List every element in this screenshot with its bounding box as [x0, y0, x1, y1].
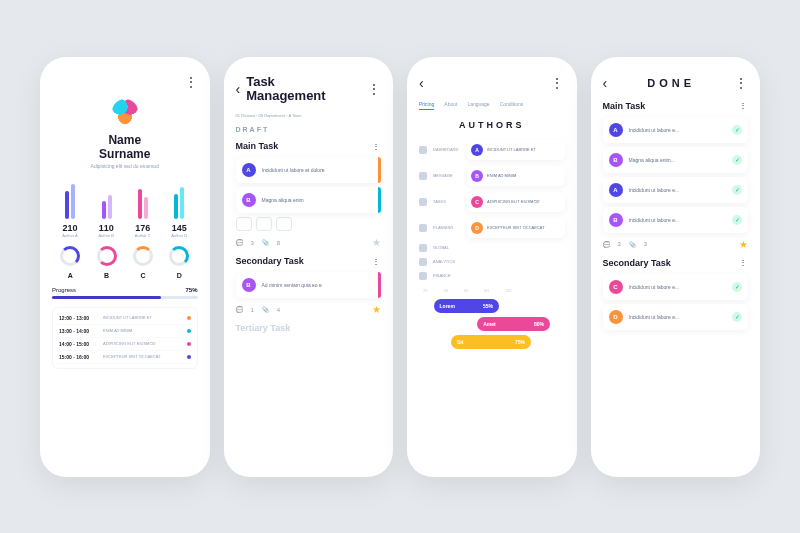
- task-item[interactable]: BMagna aliqua enim: [236, 187, 382, 213]
- menu-icon[interactable]: ⋮: [551, 76, 564, 90]
- stats-row: 210Author A110Author B176Author C145Auth…: [52, 223, 198, 238]
- nav-label[interactable]: DASHBOARD: [433, 147, 461, 152]
- nav-label[interactable]: FINANCE: [433, 273, 461, 278]
- nav-label[interactable]: GLOBAL: [433, 245, 461, 250]
- gantt-bar[interactable]: Amet80%: [477, 317, 550, 331]
- task-item[interactable]: CIncididunt ut labore e...✓: [603, 274, 749, 300]
- check-icon: ✓: [732, 155, 742, 165]
- screen-title: Task Management: [246, 75, 368, 104]
- section-menu-icon[interactable]: ⋮: [739, 258, 748, 267]
- progress-bar: [52, 296, 198, 299]
- secondary-task-title: Secondary Task: [236, 256, 304, 266]
- section-menu-icon[interactable]: ⋮: [372, 142, 381, 151]
- task-item[interactable]: AIncididunt ut labore e...✓: [603, 177, 749, 203]
- progress-value: 75%: [185, 287, 197, 293]
- schedule-row[interactable]: 13:00 - 14:00ENIM AD MINIM: [57, 325, 193, 338]
- gantt-chart: 20406080100 Lorem55%Amet80%Sit75%: [419, 288, 565, 349]
- task-item[interactable]: BAd minim veniam quia eo e: [236, 272, 382, 298]
- profile-screen: ⋮ Name Surname Adipisicing elit sed do e…: [40, 57, 210, 477]
- authors-screen: ‹ ⋮ PricingAboutLanguageConditions AUTHO…: [407, 57, 577, 477]
- nav-icon[interactable]: [419, 172, 427, 180]
- nav-icon[interactable]: [419, 272, 427, 280]
- nav-label[interactable]: PLANNING: [433, 225, 461, 230]
- tab-pricing[interactable]: Pricing: [419, 101, 434, 110]
- task-item[interactable]: BMagna aliqua enim...✓: [603, 147, 749, 173]
- attachment-count-icon[interactable]: 📎: [262, 306, 269, 313]
- main-task-title: Main Task: [236, 141, 279, 151]
- schedule-row[interactable]: 12:00 - 13:00INCIDUNT UT LABORE ET: [57, 312, 193, 325]
- nav-icon[interactable]: [419, 224, 427, 232]
- nav-label[interactable]: TASKS: [433, 199, 461, 204]
- attachment-icon[interactable]: [236, 217, 252, 231]
- attachment-icon[interactable]: [256, 217, 272, 231]
- author-card[interactable]: BENIM AD MINIM: [467, 166, 565, 186]
- gantt-bar[interactable]: Lorem55%: [434, 299, 499, 313]
- check-icon: ✓: [732, 215, 742, 225]
- gantt-bar[interactable]: Sit75%: [451, 335, 531, 349]
- star-icon[interactable]: ★: [739, 239, 748, 250]
- progress-label: Progress: [52, 287, 76, 293]
- task-item[interactable]: DIncididunt ut labore e...✓: [603, 304, 749, 330]
- section-menu-icon[interactable]: ⋮: [739, 101, 748, 110]
- tertiary-task-title: Tertiary Task: [236, 323, 382, 333]
- donut-charts: [52, 246, 198, 266]
- nav-icon[interactable]: [419, 258, 427, 266]
- author-card[interactable]: AINCIDUNT UT LABORE ET: [467, 140, 565, 160]
- comment-icon[interactable]: 💬: [236, 239, 243, 246]
- schedule-row[interactable]: 15:00 - 16:00EXCEPTEUR SINT OCCAECAT: [57, 351, 193, 364]
- breadcrumb[interactable]: 01 Division › 03 Department › A Team: [236, 113, 382, 118]
- menu-icon[interactable]: ⋮: [368, 82, 381, 96]
- attachment-icon[interactable]: [276, 217, 292, 231]
- nav-label[interactable]: MESSAGE: [433, 173, 461, 178]
- nav-icon[interactable]: [419, 244, 427, 252]
- task-management-screen: ‹ Task Management ⋮ 01 Division › 03 Dep…: [224, 57, 394, 477]
- menu-icon[interactable]: ⋮: [185, 75, 198, 89]
- done-title: DONE: [607, 77, 735, 89]
- nav-label[interactable]: ANALYTICS: [433, 259, 461, 264]
- draft-label: DRAFT: [236, 126, 382, 133]
- secondary-task-title: Secondary Task: [603, 258, 671, 268]
- check-icon: ✓: [732, 125, 742, 135]
- star-icon[interactable]: ★: [372, 237, 381, 248]
- star-icon[interactable]: ★: [372, 304, 381, 315]
- task-item[interactable]: AIncididunt ut labore e...✓: [603, 117, 749, 143]
- user-name: Name Surname: [52, 133, 198, 161]
- user-subtitle: Adipisicing elit sed do eiusmod: [52, 163, 198, 169]
- authors-title: AUTHORS: [419, 120, 565, 130]
- tab-about[interactable]: About: [444, 101, 457, 110]
- schedule-list: 12:00 - 13:00INCIDUNT UT LABORE ET13:00 …: [52, 307, 198, 369]
- task-item[interactable]: BIncididunt ut labore e...✓: [603, 207, 749, 233]
- check-icon: ✓: [732, 185, 742, 195]
- attachment-count-icon[interactable]: 📎: [629, 241, 636, 248]
- schedule-row[interactable]: 14:00 - 15:00ADIPISCING ELIT EIUSMOD: [57, 338, 193, 351]
- author-card[interactable]: DEXCEPTEUR SINT OCCAECAT: [467, 218, 565, 238]
- comment-icon[interactable]: 💬: [603, 241, 610, 248]
- task-item[interactable]: AIncididunt ut labore et dolore: [236, 157, 382, 183]
- menu-icon[interactable]: ⋮: [735, 76, 748, 90]
- attachment-count-icon[interactable]: 📎: [262, 239, 269, 246]
- tab-language[interactable]: Language: [467, 101, 489, 110]
- back-icon[interactable]: ‹: [419, 75, 424, 91]
- section-menu-icon[interactable]: ⋮: [372, 257, 381, 266]
- nav-icon[interactable]: [419, 146, 427, 154]
- main-task-title: Main Task: [603, 101, 646, 111]
- comment-icon[interactable]: 💬: [236, 306, 243, 313]
- tab-conditions[interactable]: Conditions: [500, 101, 524, 110]
- back-icon[interactable]: ‹: [236, 81, 241, 97]
- bar-chart: [52, 179, 198, 219]
- nav-icon[interactable]: [419, 198, 427, 206]
- check-icon: ✓: [732, 312, 742, 322]
- check-icon: ✓: [732, 282, 742, 292]
- app-logo: [112, 99, 138, 125]
- done-screen: ‹ DONE ⋮ Main Task ⋮ AIncididunt ut labo…: [591, 57, 761, 477]
- author-card[interactable]: CADIPISCING ELIT EIUSMOD: [467, 192, 565, 212]
